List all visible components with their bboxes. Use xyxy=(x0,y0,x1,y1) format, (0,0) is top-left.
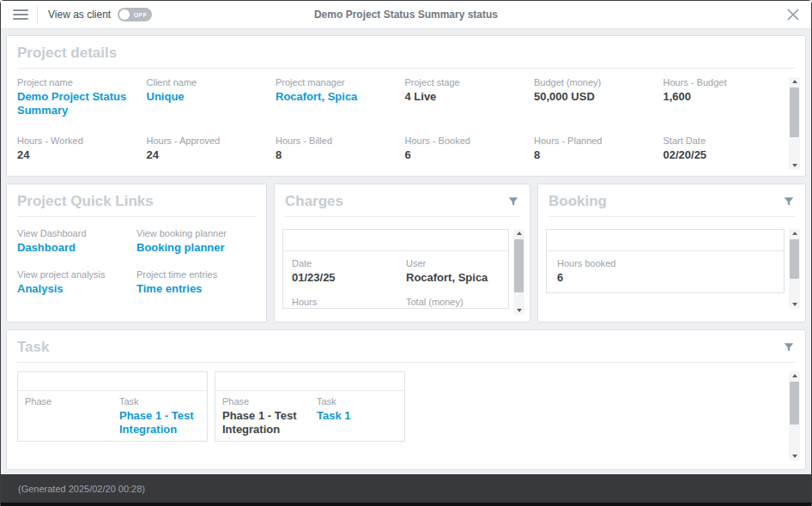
scrollbar-thumb[interactable] xyxy=(790,239,799,279)
task-link[interactable]: Task 1 xyxy=(317,409,397,423)
scroll-up-icon[interactable] xyxy=(513,232,524,235)
field-hours-billed: Hours - Billed 8 xyxy=(276,136,397,170)
task-card-header-row xyxy=(18,372,207,391)
scrollbar-thumb[interactable] xyxy=(514,239,524,292)
booking-card-header-row xyxy=(547,230,784,251)
project-details-scrollbar[interactable] xyxy=(789,77,800,170)
phase-field: Phase Phase 1 - Test Integration xyxy=(222,396,317,437)
footer-bar: (Generated 2025/02/20 00:28) xyxy=(1,474,811,506)
booking-header: Booking xyxy=(548,193,795,217)
hamburger-menu-icon[interactable] xyxy=(13,9,28,20)
charges-panel: Charges Date 01/23/25 xyxy=(274,184,530,322)
charge-total-field: Total (money) xyxy=(406,297,500,309)
charges-scrollbar[interactable] xyxy=(513,229,524,315)
task-title: Task xyxy=(17,339,50,356)
task-card-grid: Phase Phase 1 - Test Integration Task Ta… xyxy=(215,391,404,437)
field-start-date: Start Date 02/20/25 xyxy=(664,136,785,170)
scroll-down-icon[interactable] xyxy=(789,455,800,458)
booking-record-grid: Hours booked 6 xyxy=(547,251,784,285)
booking-record-card: Hours booked 6 xyxy=(546,229,785,293)
filter-icon[interactable] xyxy=(783,341,795,353)
dialog-content: Project details Project name Demo Projec… xyxy=(1,29,811,470)
booking-title: Booking xyxy=(548,193,607,210)
field-client-name: Client name Unique xyxy=(147,77,268,125)
task-link[interactable]: Phase 1 - Test Integration xyxy=(119,409,200,437)
toggle-knob xyxy=(119,9,130,20)
charge-record-card: Date 01/23/25 User Rocafort, Spica Hours xyxy=(282,229,509,309)
booking-panel: Booking Hours booked 6 xyxy=(537,184,806,322)
time-entries-link[interactable]: Time entries xyxy=(136,282,256,296)
charge-card-header-row xyxy=(283,230,508,251)
scroll-up-icon[interactable] xyxy=(789,232,800,235)
quick-link-time-entries: Project time entries Time entries xyxy=(136,269,256,296)
dialog-window: View as client OFF Demo Project Status S… xyxy=(0,0,812,506)
scrollbar-thumb[interactable] xyxy=(790,87,799,137)
scroll-up-icon[interactable] xyxy=(789,374,800,377)
scroll-down-icon[interactable] xyxy=(513,309,524,312)
task-card-header-row xyxy=(215,372,404,391)
task-body: Phase Task Phase 1 - Test Integration xyxy=(7,363,805,461)
task-panel: Task Phase Task xyxy=(6,329,806,470)
client-name-link[interactable]: Unique xyxy=(147,90,268,104)
charges-body: Date 01/23/25 User Rocafort, Spica Hours xyxy=(275,217,530,315)
quick-links-header: Project Quick Links xyxy=(17,193,256,217)
quick-links-grid: View Dashboard Dashboard View booking pl… xyxy=(7,217,266,308)
field-project-stage: Project stage 4 Live xyxy=(405,77,526,125)
quick-link-dashboard: View Dashboard Dashboard xyxy=(17,228,136,255)
hours-booked-field: Hours booked 6 xyxy=(557,258,773,285)
scroll-up-icon[interactable] xyxy=(789,80,800,83)
scrollbar-thumb[interactable] xyxy=(790,382,799,425)
scroll-down-icon[interactable] xyxy=(789,164,800,167)
field-project-manager: Project manager Rocafort, Spica xyxy=(276,77,397,125)
project-details-body: Project name Demo Project Status Summary… xyxy=(7,69,805,170)
project-manager-link[interactable]: Rocafort, Spica xyxy=(276,90,397,104)
booking-body: Hours booked 6 xyxy=(538,217,805,309)
task-field: Task Phase 1 - Test Integration xyxy=(119,396,200,437)
task-scrollbar[interactable] xyxy=(789,371,800,461)
task-card-grid: Phase Task Phase 1 - Test Integration xyxy=(18,391,207,437)
toggle-state-label: OFF xyxy=(134,12,148,18)
charges-header: Charges xyxy=(285,193,519,217)
booking-scrollbar[interactable] xyxy=(789,229,800,309)
task-card-1: Phase Task Phase 1 - Test Integration xyxy=(17,371,208,442)
field-project-name: Project name Demo Project Status Summary xyxy=(17,77,138,125)
header-divider xyxy=(37,6,38,23)
close-icon[interactable] xyxy=(787,9,799,21)
generated-timestamp: (Generated 2025/02/20 00:28) xyxy=(18,484,145,494)
middle-row: Project Quick Links View Dashboard Dashb… xyxy=(6,184,806,322)
project-details-title: Project details xyxy=(17,45,117,62)
field-hours-worked: Hours - Worked 24 xyxy=(17,136,138,170)
quick-links-title: Project Quick Links xyxy=(17,193,154,210)
charges-title: Charges xyxy=(285,193,343,210)
task-cards: Phase Task Phase 1 - Test Integration xyxy=(17,371,784,461)
field-hours-budget: Hours - Budget 1,600 xyxy=(664,77,785,125)
filter-icon[interactable] xyxy=(783,196,795,208)
view-as-client-label: View as client xyxy=(48,9,111,21)
field-budget-money: Budget (money) 50,000 USD xyxy=(534,77,655,125)
analysis-link[interactable]: Analysis xyxy=(17,282,136,296)
project-details-header: Project details xyxy=(17,45,795,69)
view-as-client-toggle[interactable]: OFF xyxy=(118,8,152,21)
quick-links-panel: Project Quick Links View Dashboard Dashb… xyxy=(6,184,267,322)
task-header: Task xyxy=(17,339,795,363)
field-hours-approved: Hours - Approved 24 xyxy=(147,136,268,170)
project-name-link[interactable]: Demo Project Status Summary xyxy=(17,90,138,118)
charge-hours-field: Hours xyxy=(292,297,406,309)
quick-link-booking-planner: View booking planner Booking planner xyxy=(136,228,256,255)
charge-record-grid: Date 01/23/25 User Rocafort, Spica Hours xyxy=(283,251,508,309)
field-hours-booked: Hours - Booked 6 xyxy=(405,136,526,170)
field-hours-planned: Hours - Planned 8 xyxy=(534,136,655,170)
quick-link-analysis: View project analysis Analysis xyxy=(17,269,136,296)
charge-date-field: Date 01/23/25 xyxy=(292,258,406,285)
booking-planner-link[interactable]: Booking planner xyxy=(136,241,256,255)
task-card-2: Phase Phase 1 - Test Integration Task Ta… xyxy=(215,371,405,442)
dashboard-link[interactable]: Dashboard xyxy=(17,241,136,255)
charge-user-field: User Rocafort, Spica xyxy=(406,258,500,285)
header-bar: View as client OFF Demo Project Status S… xyxy=(1,1,811,29)
filter-icon[interactable] xyxy=(507,196,519,208)
project-details-grid: Project name Demo Project Status Summary… xyxy=(17,77,784,170)
project-details-panel: Project details Project name Demo Projec… xyxy=(6,35,806,177)
scroll-down-icon[interactable] xyxy=(789,303,800,306)
phase-field: Phase xyxy=(25,396,119,437)
task-field: Task Task 1 xyxy=(317,396,397,437)
